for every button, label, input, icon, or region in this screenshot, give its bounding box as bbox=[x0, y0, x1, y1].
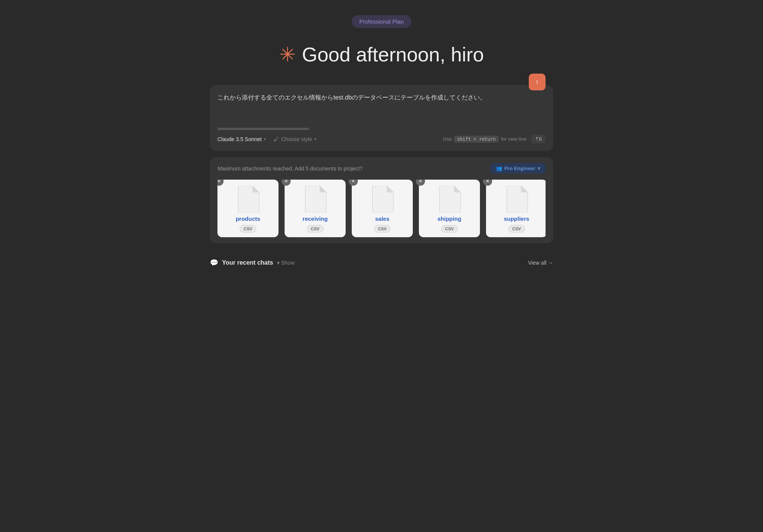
style-chevron-icon: ▾ bbox=[314, 137, 316, 141]
main-content: これから添付する全てのエクセル情報からtest.dbのデータベースにテーブルを作… bbox=[210, 85, 553, 255]
file-name-sales: sales bbox=[375, 215, 390, 222]
shortcut-suffix: for new line bbox=[501, 136, 526, 142]
toolbar-right: Use shift + return for new line ⇡6 bbox=[443, 135, 546, 143]
file-name-shipping: shipping bbox=[438, 215, 462, 222]
view-all-link[interactable]: View all → bbox=[528, 260, 553, 266]
file-remove-suppliers[interactable]: ✕ bbox=[483, 180, 492, 186]
recent-chats-section: 💬 Your recent chats ▾ Show View all → bbox=[210, 259, 553, 267]
file-type-suppliers: CSV bbox=[508, 225, 525, 233]
plan-badge: Professional Plan bbox=[352, 15, 412, 28]
file-icon-receiving bbox=[304, 186, 327, 212]
style-icon: 🖋 bbox=[274, 136, 279, 142]
input-container: これから添付する全てのエクセル情報からtest.dbのデータベースにテーブルを作… bbox=[210, 85, 553, 151]
attachments-header: Maximum attachments reached. Add 5 docum… bbox=[217, 163, 546, 174]
recent-chats-header: 💬 Your recent chats ▾ Show View all → bbox=[210, 259, 553, 267]
file-card-receiving[interactable]: ✕ receiving CSV bbox=[285, 180, 346, 237]
file-card-suppliers[interactable]: ✕ suppliers CSV bbox=[486, 180, 546, 237]
file-type-sales: CSV bbox=[374, 225, 391, 233]
recent-chats-title: Your recent chats bbox=[222, 259, 273, 266]
model-name: Claude 3.5 Sonnet bbox=[217, 136, 262, 142]
file-icon-products bbox=[237, 186, 259, 212]
file-remove-shipping[interactable]: ✕ bbox=[416, 180, 425, 186]
style-label: Choose style bbox=[281, 136, 312, 142]
recent-chats-left: 💬 Your recent chats ▾ Show bbox=[210, 259, 295, 267]
input-text-area: これから添付する全てのエクセル情報からtest.dbのデータベースにテーブルを作… bbox=[217, 93, 524, 130]
send-button[interactable]: ↑ bbox=[529, 74, 546, 90]
attachment-count: ⇡6 bbox=[531, 135, 546, 143]
asterisk-icon: ✳ bbox=[279, 45, 296, 64]
plan-badge-label: Professional Plan bbox=[359, 18, 404, 25]
attachments-message: Maximum attachments reached. Add 5 docum… bbox=[217, 166, 363, 172]
file-name-products: products bbox=[236, 215, 260, 222]
view-all-label: View all → bbox=[528, 260, 553, 266]
file-type-shipping: CSV bbox=[441, 225, 458, 233]
greeting-section: ✳ Good afternoon, hiro bbox=[279, 43, 484, 66]
file-card-sales[interactable]: ✕ sales CSV bbox=[352, 180, 413, 237]
scroll-thumb bbox=[217, 128, 309, 130]
file-card-shipping[interactable]: ✕ shipping CSV bbox=[419, 180, 480, 237]
show-label: Show bbox=[281, 260, 295, 266]
file-type-products: CSV bbox=[240, 225, 257, 233]
file-type-receiving: CSV bbox=[307, 225, 324, 233]
chat-icon: 💬 bbox=[210, 259, 218, 267]
toolbar-left: Claude 3.5 Sonnet ▾ 🖋 Choose style ▾ bbox=[217, 136, 316, 142]
file-remove-products[interactable]: ✕ bbox=[217, 180, 224, 186]
shortcut-use-label: Use bbox=[443, 136, 452, 142]
shortcut-hint: Use shift + return for new line bbox=[443, 136, 526, 143]
files-row: ✕ products CSV ✕ bbox=[217, 180, 546, 237]
style-selector[interactable]: 🖋 Choose style ▾ bbox=[274, 136, 316, 142]
file-icon-suppliers bbox=[505, 186, 528, 212]
attachment-count-value: ⇡6 bbox=[535, 136, 542, 142]
send-icon: ↑ bbox=[536, 78, 539, 86]
pro-engineer-badge[interactable]: 👥 Pro Engineer ▾ bbox=[491, 163, 546, 174]
greeting-text: Good afternoon, hiro bbox=[302, 43, 484, 66]
message-input[interactable]: これから添付する全てのエクセル情報からtest.dbのデータベースにテーブルを作… bbox=[217, 93, 524, 123]
pro-engineer-icon: 👥 bbox=[496, 166, 502, 171]
model-chevron-icon: ▾ bbox=[264, 137, 266, 141]
file-remove-sales[interactable]: ✕ bbox=[349, 180, 358, 186]
input-row: これから添付する全てのエクセル情報からtest.dbのデータベースにテーブルを作… bbox=[217, 93, 546, 130]
file-remove-receiving[interactable]: ✕ bbox=[282, 180, 291, 186]
pro-engineer-chevron: ▾ bbox=[538, 166, 540, 171]
attachments-section: Maximum attachments reached. Add 5 docum… bbox=[210, 157, 553, 243]
file-name-suppliers: suppliers bbox=[504, 215, 530, 222]
file-icon-shipping bbox=[438, 186, 461, 212]
show-toggle[interactable]: ▾ Show bbox=[277, 260, 295, 266]
model-selector[interactable]: Claude 3.5 Sonnet ▾ bbox=[217, 136, 266, 142]
chevron-show-icon: ▾ bbox=[277, 260, 280, 266]
input-toolbar: Claude 3.5 Sonnet ▾ 🖋 Choose style ▾ Use… bbox=[217, 135, 546, 143]
shortcut-key: shift + return bbox=[454, 136, 499, 143]
file-icon-sales bbox=[371, 186, 394, 212]
file-name-receiving: receiving bbox=[303, 215, 328, 222]
file-card-products[interactable]: ✕ products CSV bbox=[217, 180, 278, 237]
pro-engineer-label: Pro Engineer bbox=[504, 166, 535, 171]
